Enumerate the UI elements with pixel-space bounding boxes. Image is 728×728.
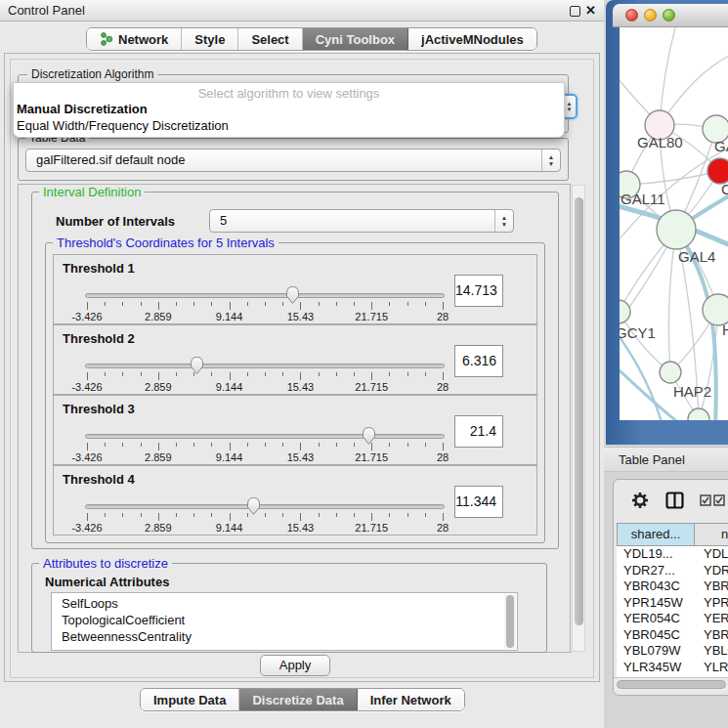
tab-impute-data[interactable]: Impute Data — [141, 689, 239, 710]
table-cell[interactable]: YBR043C — [617, 578, 695, 595]
node-label: GAL4 — [678, 248, 715, 265]
threshold-label: Threshold 4 — [63, 472, 135, 487]
scale-label: -3.426 — [71, 522, 102, 534]
slider-track[interactable] — [85, 293, 445, 298]
dropdown-item-manual-discretization[interactable]: Manual Discretization — [17, 102, 148, 116]
table-cell[interactable]: YDL1 — [695, 546, 728, 563]
close-icon[interactable]: ✕ — [585, 3, 596, 18]
network-graph[interactable]: GAL80GACGAL11GAL4HGCY1HAP2 — [620, 27, 728, 420]
attribute-item-selfloops[interactable]: SelfLoops — [52, 595, 517, 612]
scale-label: -3.426 — [71, 451, 102, 463]
attributes-list-scrollbar[interactable] — [504, 594, 516, 649]
tab-infer-network[interactable]: Infer Network — [358, 689, 464, 710]
column-header-shared[interactable]: shared... — [617, 523, 695, 546]
table-cell[interactable]: YBR0 — [695, 578, 728, 595]
attribute-item-topologicalcoefficient[interactable]: TopologicalCoefficient — [52, 612, 517, 628]
slider-scale: -3.4262.8599.14415.4321.71528 — [87, 381, 443, 393]
scrollbar-thumb[interactable] — [617, 680, 726, 689]
table-cell[interactable]: YBL079W — [617, 643, 695, 660]
table-cell[interactable]: YBR0 — [695, 627, 728, 644]
slider-tick — [319, 443, 320, 447]
table-cell[interactable]: YPR145W — [617, 595, 695, 612]
scale-label: -3.426 — [71, 381, 102, 393]
table-cell[interactable]: YER054C — [617, 611, 695, 627]
gear-icon[interactable] — [630, 491, 650, 510]
table-cell[interactable]: YBR045C — [617, 627, 695, 644]
horizontal-scrollbar[interactable] — [614, 677, 728, 691]
scale-label: 9.144 — [216, 311, 243, 322]
table-cell[interactable]: YDL19... — [617, 546, 695, 563]
table-panel-title: Table Panel — [619, 452, 685, 467]
apply-button[interactable]: Apply — [260, 655, 330, 676]
tab-select[interactable]: Select — [238, 28, 302, 50]
slider-tick — [176, 513, 177, 517]
content-scrollbar[interactable] — [572, 185, 585, 652]
threshold-value-field[interactable]: 11.344 — [454, 486, 503, 518]
table-cell[interactable]: YLR3 — [695, 660, 728, 676]
table-cell[interactable]: YER0 — [695, 611, 728, 627]
num-intervals-combo[interactable]: 5 ▲▼ — [209, 209, 514, 233]
network-node-gal4[interactable] — [657, 210, 696, 249]
slider-tick — [141, 513, 142, 517]
slider-tick — [425, 302, 426, 306]
table-row[interactable]: YBL079WYBL0 — [617, 643, 728, 660]
scrollbar-thumb[interactable] — [506, 595, 514, 648]
table-cell[interactable]: YPR1 — [695, 595, 728, 612]
slider-tick — [141, 443, 142, 447]
tab-style[interactable]: Style — [182, 28, 238, 50]
combo-stepper-icon[interactable]: ▲▼ — [494, 210, 513, 232]
traffic-light-close-icon[interactable] — [625, 9, 638, 21]
scrollbar-thumb[interactable] — [575, 197, 583, 625]
checkboxes-icon[interactable] — [700, 494, 725, 506]
threshold-value-field[interactable]: 14.713 — [454, 275, 503, 307]
panel-title: Control Panel — [8, 3, 85, 18]
table-cell[interactable]: YDR27... — [617, 563, 695, 579]
table-cell[interactable]: YDR2 — [695, 563, 728, 579]
scale-label: 15.43 — [287, 451, 315, 463]
num-intervals-value: 5 — [220, 210, 227, 232]
tab-cyni-toolbox[interactable]: Cyni Toolbox — [303, 28, 408, 50]
slider-tick — [87, 302, 88, 310]
traffic-light-minimize-icon[interactable] — [644, 9, 657, 21]
tab-discretize-data[interactable]: Discretize Data — [239, 689, 357, 710]
float-window-icon[interactable] — [570, 6, 580, 17]
dropdown-placeholder: Select algorithm to view settings — [14, 86, 564, 101]
interval-group-title: Interval Definition — [39, 186, 145, 198]
traffic-light-zoom-icon[interactable] — [663, 9, 675, 21]
attribute-item-betweennesscentrality[interactable]: BetweennessCentrality — [52, 628, 517, 645]
tab-jactivemnodules[interactable]: jActiveMNodules — [408, 28, 536, 50]
table-row[interactable]: YBR045CYBR0 — [617, 627, 728, 644]
network-canvas[interactable]: GAL80GACGAL11GAL4HGCY1HAP2 — [620, 27, 728, 420]
slider-tick — [141, 302, 142, 306]
table-cell[interactable]: YBL0 — [695, 643, 728, 660]
column-header-na[interactable]: na — [695, 523, 728, 546]
tab-network[interactable]: Network — [87, 28, 182, 50]
slider-tick — [282, 443, 283, 447]
table-row[interactable]: YER054CYER0 — [617, 611, 728, 627]
dropdown-item-equal-width-frequency[interactable]: Equal Width/Frequency Discretization — [17, 118, 229, 133]
threshold-value-field[interactable]: 21.4 — [454, 415, 503, 448]
slider-tick — [371, 302, 372, 310]
slider-track[interactable] — [85, 434, 445, 439]
table-row[interactable]: YPR145WYPR1 — [617, 595, 728, 612]
slider-tick — [247, 443, 248, 447]
algorithm-group-title: Discretization Algorithm — [27, 68, 157, 81]
network-node-hap2[interactable] — [660, 362, 681, 383]
table-data-combo[interactable]: galFiltered.sif default node ▲▼ — [25, 149, 561, 172]
table-row[interactable]: YDR27...YDR2 — [617, 563, 728, 579]
columns-icon[interactable] — [665, 492, 684, 509]
slider-tick — [87, 443, 88, 450]
network-window-titlebar[interactable] — [613, 4, 728, 27]
table-cell[interactable]: YLR345W — [617, 660, 695, 676]
threshold-value-field[interactable]: 6.316 — [454, 345, 503, 377]
attributes-list[interactable]: SelfLoopsTopologicalCoefficientBetweenne… — [51, 592, 518, 651]
node-label: GCY1 — [620, 324, 656, 341]
network-node[interactable] — [688, 408, 709, 420]
slider-track[interactable] — [85, 504, 445, 509]
table-row[interactable]: YLR345WYLR3 — [617, 660, 728, 676]
table-row[interactable]: YDL19...YDL1 — [617, 546, 728, 563]
table-row[interactable]: YBR043CYBR0 — [617, 578, 728, 595]
network-node-gcy1[interactable] — [620, 300, 630, 323]
combo-stepper-icon[interactable]: ▲▼ — [541, 150, 560, 171]
slider-track[interactable] — [85, 364, 445, 368]
